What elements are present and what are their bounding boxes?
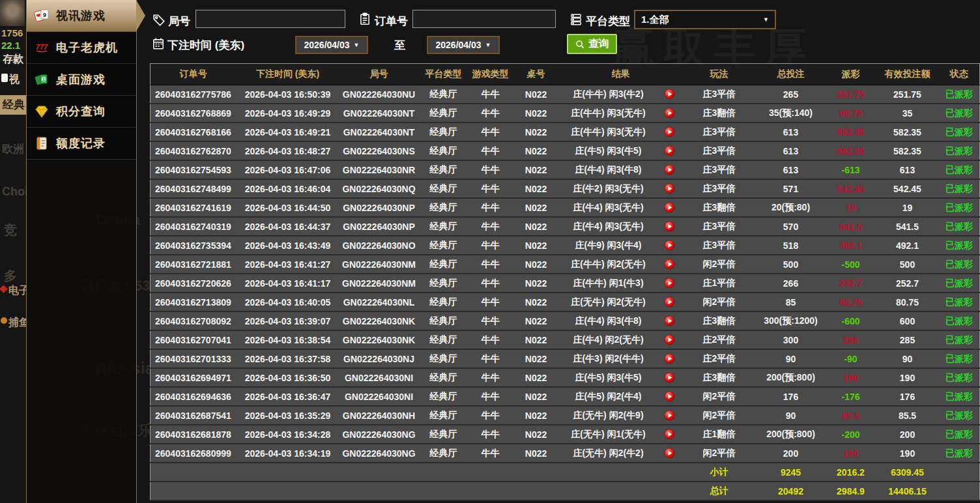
- platform-select[interactable]: 1.全部 ▼: [634, 10, 776, 29]
- cell-platform: 经典厅: [419, 387, 468, 406]
- cell-result: 庄(牛5) 闲3(牛5): [560, 141, 657, 160]
- nav-classic[interactable]: 经典: [0, 95, 26, 115]
- cell-game: 牛牛: [468, 444, 513, 463]
- grand-total-spacer: [151, 481, 682, 500]
- cell-order: 260403162680999: [151, 444, 237, 463]
- replay-button[interactable]: [657, 330, 682, 349]
- balance-gold: 1756: [1, 27, 26, 38]
- cell-table-no: N022: [513, 217, 560, 236]
- grand-total-label: 总计: [682, 481, 757, 500]
- cell-table-no: N022: [513, 425, 560, 444]
- menu-item-points[interactable]: 积分查询: [27, 96, 136, 128]
- nav-video[interactable]: 视: [9, 73, 26, 87]
- svg-text:777: 777: [36, 43, 48, 51]
- cell-payout: 542.45: [826, 179, 876, 198]
- replay-button[interactable]: [657, 236, 682, 255]
- bet-records-table: 订单号 下注时间 (美东) 局号 平台类型 游戏类型 桌号 结果 玩法 总投注 …: [150, 63, 980, 501]
- table-row: 2604031626946362026-04-03 16:36:47GN0222…: [151, 387, 980, 406]
- replay-button[interactable]: [657, 160, 682, 179]
- cell-status: 已派彩: [939, 368, 980, 387]
- cell-result: 庄(牛2) 闲3(无牛): [560, 179, 657, 198]
- cell-status: 已派彩: [939, 104, 980, 122]
- play-icon: [664, 315, 675, 326]
- search-button[interactable]: 查询: [567, 34, 617, 54]
- chevron-down-icon: ▼: [485, 42, 491, 48]
- cell-total-bet: 571: [757, 179, 826, 198]
- cell-time: 2026-04-03 16:34:28: [237, 425, 339, 444]
- cell-round: GN022264030NK: [339, 311, 419, 330]
- cell-valid-bet: 176: [876, 387, 939, 406]
- cell-result: 庄(牛牛) 闲2(无牛): [560, 255, 657, 274]
- table-row: 2604031627080922026-04-03 16:39:07GN0222…: [151, 311, 980, 330]
- replay-button[interactable]: [657, 85, 682, 104]
- replay-button[interactable]: [657, 349, 682, 368]
- cell-game: 牛牛: [468, 330, 513, 349]
- replay-button[interactable]: [657, 425, 682, 444]
- cell-total-bet: 176: [757, 387, 826, 406]
- menu-item-live-games[interactable]: 9 视讯游戏: [27, 0, 136, 32]
- cell-payout: 99.75: [826, 104, 876, 122]
- replay-button[interactable]: [657, 179, 682, 198]
- date-to-value: 2026/04/03: [436, 40, 482, 50]
- round-input[interactable]: [195, 10, 345, 28]
- date-to-picker[interactable]: 2026/04/03 ▼: [427, 36, 500, 54]
- replay-button[interactable]: [657, 198, 682, 217]
- replay-button[interactable]: [657, 255, 682, 274]
- cell-status: 已派彩: [939, 444, 980, 463]
- replay-button[interactable]: [657, 293, 682, 311]
- cell-time: 2026-04-03 16:36:47: [237, 387, 339, 406]
- subtotal-label: 小计: [682, 463, 757, 481]
- replay-button[interactable]: [657, 406, 682, 425]
- cell-result: 庄(牛9) 闲3(牛4): [560, 236, 657, 255]
- cell-bet-type: 庄1翻倍: [682, 425, 757, 444]
- menu-item-label: 视讯游戏: [56, 8, 106, 23]
- date-from-picker[interactable]: 2026/04/03 ▼: [295, 36, 368, 54]
- menu-item-slots[interactable]: 777 电子老虎机: [27, 32, 136, 64]
- cell-payout: -176: [826, 387, 876, 406]
- play-icon: [664, 296, 675, 308]
- deposit-link[interactable]: 存款: [3, 53, 26, 66]
- order-input[interactable]: [412, 10, 556, 28]
- cell-valid-bet: 190: [876, 444, 939, 463]
- cell-game: 牛牛: [468, 141, 513, 160]
- replay-button[interactable]: [657, 141, 682, 160]
- replay-button[interactable]: [657, 274, 682, 293]
- header-game-type: 游戏类型: [468, 64, 513, 85]
- menu-item-table-games[interactable]: $ 桌面游戏: [27, 64, 136, 96]
- table-row: 2604031627688692026-04-03 16:49:29GN0222…: [151, 104, 980, 122]
- nav-choice[interactable]: Choice: [2, 185, 26, 199]
- cell-time: 2026-04-03 16:41:17: [237, 274, 339, 293]
- cell-game: 牛牛: [468, 425, 513, 444]
- replay-button[interactable]: [657, 217, 682, 236]
- cell-bet-type: 庄3平倍: [682, 141, 757, 160]
- replay-button[interactable]: [657, 122, 682, 141]
- cell-platform: 经典厅: [419, 236, 468, 255]
- cell-bet-type: 庄3翻倍: [682, 198, 757, 217]
- cell-time: 2026-04-03 16:46:04: [237, 179, 339, 198]
- nav-europe[interactable]: 欧洲: [2, 141, 26, 156]
- cell-game: 牛牛: [468, 160, 513, 179]
- nav-sport[interactable]: 竞: [4, 222, 26, 239]
- cell-bet-type: 闲2平倍: [682, 406, 757, 425]
- replay-button[interactable]: [657, 311, 682, 330]
- cell-time: 2026-04-03 16:48:27: [237, 141, 339, 160]
- cell-bet-type: 庄3翻倍: [682, 368, 757, 387]
- cell-time: 2026-04-03 16:49:29: [237, 104, 339, 122]
- nav-fishing[interactable]: 捕鱼王: [8, 316, 26, 330]
- replay-button[interactable]: [657, 444, 682, 463]
- replay-button[interactable]: [657, 104, 682, 122]
- replay-button[interactable]: [657, 368, 682, 387]
- replay-button[interactable]: [657, 387, 682, 406]
- nav-multi[interactable]: 多: [4, 267, 26, 285]
- menu-item-credit-records[interactable]: 额度记录: [27, 128, 136, 160]
- cell-order: 260403162741619: [151, 198, 237, 217]
- play-icon: [664, 221, 675, 232]
- date-from-value: 2026/04/03: [304, 40, 350, 50]
- cell-valid-bet: 252.7: [876, 274, 939, 293]
- nav-egame[interactable]: 电子游戏: [8, 284, 26, 298]
- cell-order: 260403162768869: [151, 104, 237, 122]
- cell-round: GN022264030NQ: [339, 179, 419, 198]
- cell-payout: 80.75: [826, 293, 876, 311]
- cell-order: 260403162721881: [151, 255, 237, 274]
- cell-valid-bet: 90: [876, 349, 939, 368]
